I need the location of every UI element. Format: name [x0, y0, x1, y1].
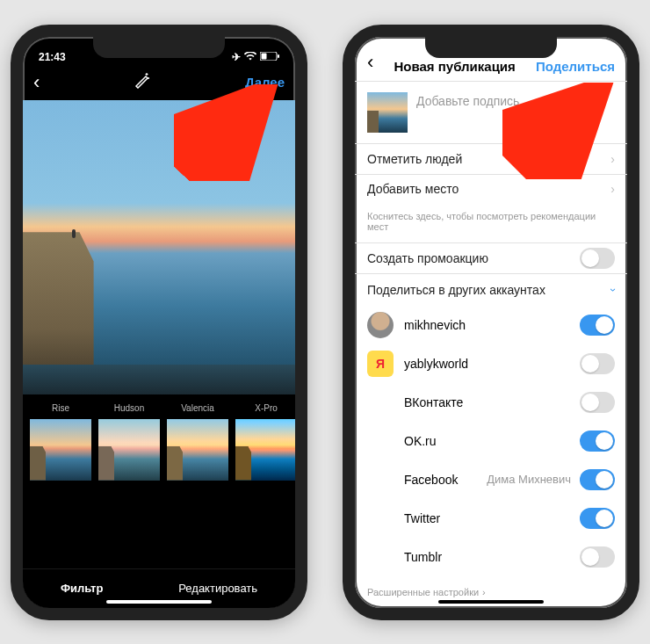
filter-label: Valencia [167, 403, 228, 414]
row-create-promo: Создать промоакцию [355, 243, 627, 273]
toggle-network[interactable] [580, 546, 615, 568]
filter-thumb [98, 419, 160, 481]
filter-valencia[interactable]: Valencia [167, 403, 228, 481]
toggle-network[interactable] [580, 508, 615, 529]
filter-label: Hudson [98, 403, 160, 414]
filter-label: X-Pro [235, 403, 295, 414]
svg-line-4 [190, 95, 262, 172]
airplane-icon: ✈︎ [232, 51, 241, 63]
notch [93, 35, 225, 58]
back-button[interactable]: ‹ [33, 71, 40, 94]
svg-rect-2 [278, 54, 279, 58]
photo-beach [23, 365, 295, 394]
chevron-right-icon: › [482, 587, 486, 597]
network-twitter: Twitter [355, 499, 627, 538]
network-вконтакте: ВКонтакте [355, 383, 627, 422]
filter-thumb [30, 419, 91, 481]
notch [425, 35, 557, 58]
advanced-label: Расширенные настройки [367, 587, 479, 597]
row-label: Отметить людей [367, 152, 462, 166]
annotation-arrow-share [502, 83, 617, 179]
row-label: Создать промоакцию [367, 251, 488, 265]
post-thumbnail[interactable] [367, 92, 408, 133]
status-time: 21:43 [39, 51, 66, 63]
filter-label: Rise [30, 403, 91, 414]
page-title: Новая публикация [394, 59, 515, 74]
toggle-account[interactable] [580, 353, 615, 374]
network-name: Twitter [404, 511, 440, 525]
toggle-account[interactable] [580, 315, 615, 336]
toggle-network[interactable] [580, 392, 615, 413]
section-share-other[interactable]: Поделиться в других аккаунтах › [355, 274, 627, 306]
account-yablykworld: Яyablykworld [355, 344, 627, 383]
battery-icon [260, 51, 279, 63]
filter-rise[interactable]: Rise [30, 403, 91, 481]
network-name: OK.ru [404, 434, 437, 448]
home-indicator[interactable] [106, 600, 212, 604]
network-name: Facebook [404, 473, 458, 487]
network-name: Tumblr [404, 550, 442, 564]
photo-person [72, 229, 76, 238]
chevron-right-icon: › [610, 182, 615, 196]
account-name: mikhnevich [404, 318, 466, 332]
magic-wand-icon[interactable] [134, 71, 151, 93]
status-icons: ✈︎ [232, 51, 279, 63]
network-tumblr: Tumblr [355, 538, 627, 576]
phone-right: ‹ Новая публикация Поделиться Добавьте п… [343, 25, 639, 620]
back-button[interactable]: ‹ [367, 51, 373, 74]
row-add-location[interactable]: Добавить место › [355, 175, 627, 204]
avatar [367, 312, 394, 338]
filter-strip: RiseHudsonValenciaX-Pro [23, 394, 295, 568]
tab-filter[interactable]: Фильтр [61, 582, 104, 595]
stage: 21:43 ✈︎ ‹ Далее [0, 0, 650, 644]
annotation-arrow-next [174, 84, 279, 181]
svg-rect-1 [262, 53, 267, 59]
avatar-yandex: Я [367, 351, 394, 377]
phone-left: 21:43 ✈︎ ‹ Далее [11, 25, 307, 620]
network-facebook: FacebookДима Михневич [355, 460, 627, 499]
toggle-network[interactable] [580, 469, 615, 490]
svg-line-6 [518, 91, 597, 170]
location-hint[interactable]: Коснитесь здесь, чтобы посмотреть рекоме… [355, 204, 627, 243]
toggle-promo[interactable] [580, 248, 615, 269]
tab-edit[interactable]: Редактировать [178, 582, 257, 595]
account-name: yablykworld [404, 357, 468, 371]
filter-thumb [235, 419, 295, 481]
account-mikhnevich: mikhnevich [355, 306, 627, 344]
network-sub: Дима Михневич [487, 473, 571, 486]
chevron-down-icon: › [607, 288, 619, 292]
row-label: Добавить место [367, 182, 459, 196]
section-label: Поделиться в других аккаунтах [367, 283, 545, 297]
home-indicator[interactable] [438, 600, 544, 604]
filter-thumb [167, 419, 228, 481]
toggle-network[interactable] [580, 431, 615, 452]
filter-xpro[interactable]: X-Pro [235, 403, 295, 481]
wifi-icon [244, 51, 256, 63]
filter-hudson[interactable]: Hudson [98, 403, 160, 481]
network-name: ВКонтакте [404, 395, 463, 409]
share-button[interactable]: Поделиться [536, 59, 615, 74]
network-ok.ru: OK.ru [355, 422, 627, 460]
